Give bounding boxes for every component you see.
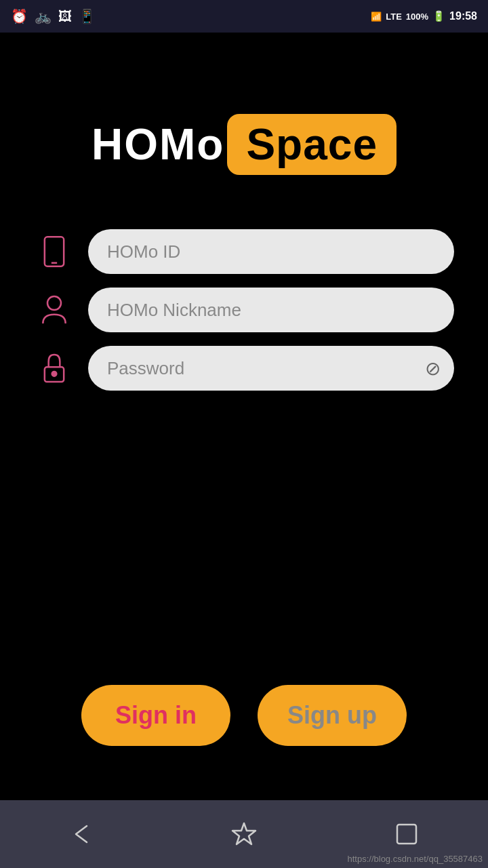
phone-icon: 📱	[79, 8, 96, 24]
logo-area: HOMo Space	[92, 114, 396, 175]
login-form: ⊘	[34, 229, 454, 391]
image-icon: 🖼	[58, 9, 72, 24]
svg-point-4	[52, 372, 57, 376]
lte-label: LTE	[386, 12, 402, 22]
svg-rect-0	[45, 237, 64, 266]
homo-nickname-input[interactable]	[88, 288, 454, 332]
svg-point-2	[47, 296, 61, 310]
toggle-password-icon[interactable]: ⊘	[425, 357, 441, 380]
nickname-field-row	[34, 288, 454, 332]
svg-marker-5	[232, 823, 256, 844]
status-bar: ⏰ 🚲 🖼 📱 📶 LTE 100% 🔋 19:58	[0, 0, 488, 33]
svg-rect-6	[397, 825, 416, 844]
logo-badge-text: Space	[246, 120, 378, 169]
sign-up-button[interactable]: Sign up	[258, 685, 407, 746]
watermark: https://blog.csdn.net/qq_35587463	[348, 854, 483, 864]
recents-button[interactable]	[386, 814, 427, 854]
id-input-wrapper	[88, 229, 454, 274]
logo-badge: Space	[227, 114, 396, 175]
id-field-row	[34, 229, 454, 274]
status-info-right: 📶 LTE 100% 🔋 19:58	[371, 10, 477, 22]
back-button[interactable]	[61, 814, 102, 854]
lock-field-icon	[34, 348, 75, 389]
password-input-wrapper: ⊘	[88, 346, 454, 391]
password-field-row: ⊘	[34, 346, 454, 391]
battery-icon: 🔋	[432, 10, 445, 22]
action-buttons: Sign in Sign up	[34, 644, 454, 773]
status-icons-left: ⏰ 🚲 🖼 📱	[11, 8, 96, 24]
clock-icon: ⏰	[11, 8, 28, 24]
navigation-bar: https://blog.csdn.net/qq_35587463	[0, 800, 488, 868]
sign-in-button[interactable]: Sign in	[81, 685, 230, 746]
homo-id-input[interactable]	[88, 229, 454, 274]
favorite-button[interactable]	[224, 814, 264, 854]
nickname-input-wrapper	[88, 288, 454, 332]
password-input[interactable]	[88, 346, 454, 391]
main-content: HOMo Space	[0, 33, 488, 800]
user-field-icon	[34, 290, 75, 330]
bike-icon: 🚲	[35, 8, 52, 24]
signal-icon: 📶	[371, 12, 382, 22]
time-display: 19:58	[449, 10, 477, 22]
battery-label: 100%	[406, 12, 428, 22]
logo-white-text: HOMo	[92, 119, 224, 170]
phone-field-icon	[34, 231, 75, 272]
